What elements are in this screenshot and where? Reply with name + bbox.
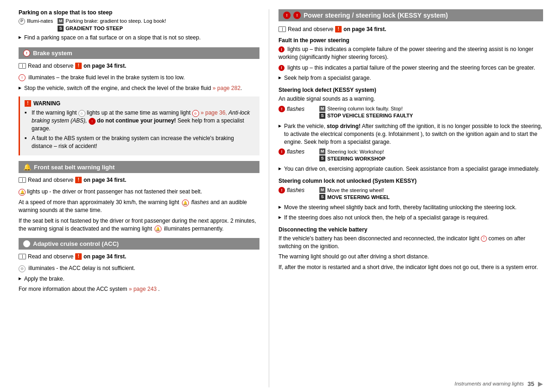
disconnecting-heading: Disconnecting the vehicle battery bbox=[278, 226, 543, 233]
warning-header: ! WARNING bbox=[25, 100, 255, 107]
flashes1-m-row: M Steering column lock faulty. Stop! bbox=[319, 106, 543, 112]
exclaim-acc: ! bbox=[75, 253, 82, 260]
brake-read-observe: Read and observe bbox=[28, 63, 73, 69]
book-icon-acc bbox=[19, 254, 26, 259]
flashes1-icon bbox=[278, 106, 285, 112]
s-icon: S bbox=[58, 26, 64, 32]
flashes2-m-row: M Steering lock: Workshop! bbox=[319, 148, 543, 154]
fault-icon1 bbox=[278, 46, 285, 52]
flashes2-s-text: STEERING WORKSHOP bbox=[327, 156, 385, 161]
acc-title-bar: ⚙ Adaptive cruise control (ACC) bbox=[19, 238, 259, 250]
fault-heading: Fault in the power steering bbox=[278, 37, 543, 44]
fault-body2: lights up – this indicates a partial fai… bbox=[278, 64, 543, 72]
flashes-row-2: flashes M Steering lock: Workshop! S STE… bbox=[278, 148, 543, 162]
brake-read-observe-line: Read and observe ! on page 34 first. bbox=[19, 63, 259, 69]
flashes2-text: flashes bbox=[287, 148, 304, 155]
flashes2-s-row: S STEERING WORKSHOP bbox=[319, 155, 543, 161]
abs-icon1: ⊙ bbox=[78, 110, 85, 117]
flashes2-s-icon: S bbox=[319, 155, 325, 161]
seat-body1: 🔔 lights up - the driver or front passen… bbox=[19, 188, 259, 196]
power-steering-icon2 bbox=[293, 12, 301, 19]
front-seat-title: Front seat belt warning light bbox=[34, 164, 115, 171]
s-text: GRADIENT TOO STEEP bbox=[65, 26, 123, 31]
acc-title: Adaptive cruise control (ACC) bbox=[33, 240, 119, 247]
acc-icon-title: ⚙ bbox=[23, 240, 30, 247]
flashes3-m-icon: M bbox=[319, 187, 325, 193]
abs-icon2: ⊙ bbox=[192, 110, 199, 117]
col-not-unlocked-heading: Steering column lock not unlocked (Syste… bbox=[278, 178, 543, 184]
front-seat-section: 🔔 Front seat belt warning light Read and… bbox=[19, 161, 259, 232]
flashes-label-1: flashes bbox=[278, 106, 316, 112]
parking-slope-arrow: Find a parking space on a flat surface o… bbox=[19, 34, 259, 42]
flashes2-m-icon: M bbox=[319, 148, 325, 154]
m-text: Parking brake: gradient too steep. Log b… bbox=[65, 18, 166, 24]
footer-section-label: Instruments and warning lights bbox=[454, 381, 524, 386]
seat-read-observe: Read and observe bbox=[28, 177, 73, 183]
illuminates-cell: P Illumi-nates bbox=[19, 18, 53, 25]
seatbelt-perm-icon: 🔔 bbox=[155, 225, 162, 232]
brake-system-title: Brake system bbox=[33, 50, 72, 57]
fault-body1: lights up – this indicates a complete fa… bbox=[278, 45, 543, 61]
fault-arrow: Seek help from a specialist garage. bbox=[278, 74, 543, 82]
acc-body2: For more information about the ACC syste… bbox=[19, 285, 259, 293]
brake-arrow1: Stop the vehicle, switch off the engine,… bbox=[19, 84, 259, 92]
flashes3-m-row: M Move the steering wheel! bbox=[319, 187, 543, 193]
move-arrow1: Move the steering wheel slightly back an… bbox=[278, 204, 543, 212]
disconnecting-body3: If, after the motor is restarted and a s… bbox=[278, 263, 543, 271]
acc-page-link[interactable]: » page 243 bbox=[129, 286, 156, 292]
book-icon-right bbox=[278, 26, 286, 32]
brake-body1: ! illuminates – the brake fluid level in… bbox=[19, 74, 259, 82]
steering-lock-body: An audible signal sounds as a warning. bbox=[278, 95, 543, 103]
book-icon-brake bbox=[19, 63, 26, 69]
seat-on-page: on page 34 first. bbox=[84, 177, 126, 183]
power-steering-icon1 bbox=[283, 12, 291, 19]
brake-indicator-icon: ! bbox=[19, 74, 26, 81]
m-icon: M bbox=[58, 18, 64, 24]
flashes1-m-icon: M bbox=[319, 106, 325, 112]
acc-section: ⚙ Adaptive cruise control (ACC) Read and… bbox=[19, 238, 259, 293]
power-steering-title-bar: Power steering / steering lock (KESSY sy… bbox=[278, 9, 543, 21]
move-arrow2: If the steering does also not unlock the… bbox=[278, 214, 543, 222]
fault-icon2 bbox=[278, 65, 285, 71]
seatbelt-flashes-icon: 🔔 bbox=[182, 199, 189, 206]
illuminates-label: Illumi-nates bbox=[27, 18, 53, 24]
flashes2-icon bbox=[278, 148, 285, 155]
acc-read-observe: Read and observe bbox=[28, 253, 73, 260]
s-row: S GRADIENT TOO STEEP bbox=[58, 26, 259, 32]
brake-page-link[interactable]: » page 282 bbox=[213, 85, 240, 91]
flashes1-content: M Steering column lock faulty. Stop! S S… bbox=[319, 106, 543, 120]
drive-arrow: You can drive on, exercising appropriate… bbox=[278, 165, 543, 173]
right-on-page: on page 34 first. bbox=[343, 26, 386, 32]
brake-system-section: ! Brake system Read and observe ! on pag… bbox=[19, 47, 259, 156]
flashes1-m-text: Steering column lock faulty. Stop! bbox=[327, 106, 402, 111]
flashes1-s-text: STOP VEHICLE STEERING FAULTY bbox=[327, 113, 413, 118]
disconnect-icon: ! bbox=[481, 236, 487, 242]
flashes-row-1: flashes M Steering column lock faulty. S… bbox=[278, 106, 543, 120]
seat-read-observe-line: Read and observe ! on page 34 first. bbox=[19, 177, 259, 183]
flashes3-s-row: S MOVE STEERING WHEEL bbox=[319, 194, 543, 200]
warn-icon: ! bbox=[25, 100, 31, 107]
exclaim-brake: ! bbox=[75, 63, 82, 69]
acc-on-page: on page 34 first. bbox=[84, 253, 126, 260]
flashes3-s-icon: S bbox=[319, 194, 325, 200]
flashes3-text: flashes bbox=[287, 187, 304, 193]
next-page-arrow[interactable]: ▶ bbox=[538, 380, 543, 387]
seatbelt-icon-body: 🔔 bbox=[19, 189, 26, 196]
flashes3-icon bbox=[278, 187, 285, 193]
seatbelt-icon-title: 🔔 bbox=[23, 163, 31, 171]
warning-bullet2: A fault to the ABS system or the braking… bbox=[25, 135, 255, 150]
flashes1-s-row: S STOP VEHICLE STEERING FAULTY bbox=[319, 113, 543, 119]
parking-slope-section: Parking on a slope that is too steep P I… bbox=[19, 9, 259, 42]
abs-page-link[interactable]: » page 36, bbox=[201, 109, 227, 116]
flashes3-s-text: MOVE STEERING WHEEL bbox=[327, 194, 389, 200]
flashes3-m-text: Move the steering wheel! bbox=[327, 187, 384, 193]
right-column: Power steering / steering lock (KESSY sy… bbox=[269, 9, 557, 387]
flashes2-m-text: Steering lock: Workshop! bbox=[327, 149, 384, 154]
power-steering-title: Power steering / steering lock (KESSY sy… bbox=[304, 12, 448, 19]
acc-arrow1: Apply the brake. bbox=[19, 275, 259, 283]
acc-icon-body: ⚙ bbox=[19, 265, 26, 272]
disconnecting-body2: The warning light should go out after dr… bbox=[278, 253, 543, 261]
exclaim-seat: ! bbox=[75, 177, 82, 183]
brake-icon: ! bbox=[23, 50, 30, 57]
acc-read-observe-line: Read and observe ! on page 34 first. bbox=[19, 253, 259, 260]
